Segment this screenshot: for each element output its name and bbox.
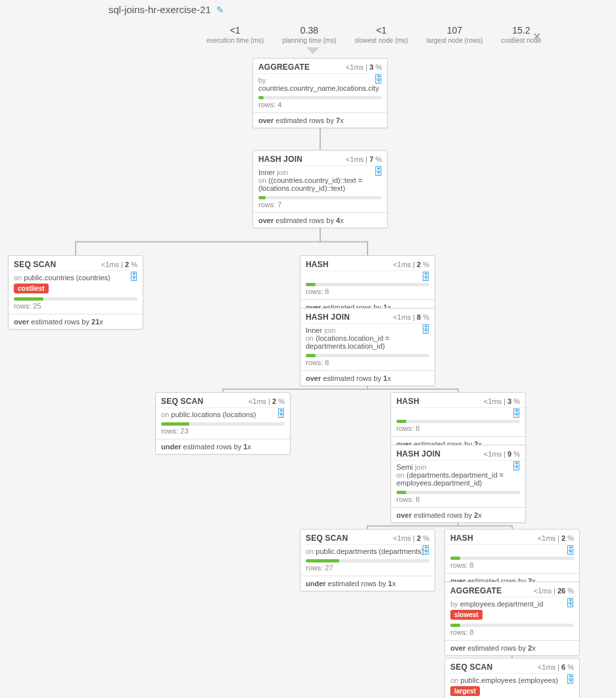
plan-node-n11[interactable]: AGGREGATE<1ms | 26 %by employees.departm… <box>444 582 580 656</box>
node-type: HASH <box>306 260 329 269</box>
edge <box>367 386 458 392</box>
node-meta: <1ms | 2 % <box>249 397 285 405</box>
stat-label: largest node (rows) <box>427 37 483 44</box>
plan-node-n8[interactable]: HASH JOIN<1ms | 9 %Semi joinon (departme… <box>391 445 526 523</box>
estimate-note: over estimated rows by 1x <box>300 371 435 386</box>
rows-label: rows: 23 <box>156 426 290 439</box>
stat-label: execution time (ms) <box>206 37 264 44</box>
stat-item: <1execution time (ms) <box>197 25 273 44</box>
plan-node-n3[interactable]: SEQ SCAN<1ms | 2 %on public.countries (c… <box>8 255 143 330</box>
node-desc: on public.countries (countries)costliest… <box>9 271 143 296</box>
rows-label: rows: 27 <box>300 562 435 576</box>
rows-label: rows: 7 <box>253 199 387 212</box>
stat-value: <1 <box>206 25 264 36</box>
node-desc: on public.employees (employees)largest🗄 <box>445 674 579 698</box>
tag-slowest: slowest <box>450 610 483 620</box>
rows-bar <box>391 418 525 423</box>
database-icon[interactable]: 🗄 <box>421 324 431 335</box>
database-icon[interactable]: 🗄 <box>421 545 431 556</box>
plan-node-n2[interactable]: HASH JOIN<1ms | 7 %Inner joinon ((countr… <box>252 150 388 228</box>
stat-value: 107 <box>427 25 483 36</box>
estimate-note: over estimated rows by 2x <box>445 641 579 655</box>
rows-bar <box>300 558 435 562</box>
estimate-note: under estimated rows by 1x <box>156 439 290 454</box>
node-meta: <1ms | 3 % <box>346 63 382 71</box>
node-desc: Semi joinon (departments.department_id =… <box>391 461 525 489</box>
pointer-caret <box>306 47 320 54</box>
rows-bar <box>9 296 143 301</box>
database-icon[interactable]: 🗄 <box>421 271 431 282</box>
database-icon[interactable]: 🗄 <box>511 461 521 472</box>
plan-node-n12[interactable]: SEQ SCAN<1ms | 6 %on public.employees (e… <box>444 658 580 698</box>
plan-name: sql-joins-hr-exercise-21 <box>108 4 211 15</box>
node-type: AGGREGATE <box>258 62 310 72</box>
rows-label: rows: 8 <box>300 357 435 370</box>
plan-node-n4[interactable]: HASH<1ms | 2 %🗄rows: 8over estimated row… <box>300 255 435 315</box>
node-desc: on public.departments (departments)🗄 <box>300 545 435 558</box>
node-meta: <1ms | 2 % <box>538 534 574 542</box>
node-type: HASH <box>450 534 473 543</box>
node-meta: <1ms | 6 % <box>538 663 574 671</box>
plan-node-n6[interactable]: SEQ SCAN<1ms | 2 %on public.locations (l… <box>155 392 291 455</box>
node-desc: 🗄 <box>391 408 525 418</box>
plan-node-n1[interactable]: AGGREGATE<1ms | 3 %by countries.country_… <box>252 58 388 128</box>
database-icon[interactable]: 🗄 <box>565 674 575 685</box>
edge <box>76 228 320 255</box>
node-desc: on public.locations (locations)🗄 <box>156 408 290 421</box>
rows-bar <box>300 282 435 286</box>
node-type: HASH JOIN <box>306 312 350 322</box>
edge <box>367 523 458 529</box>
node-desc: by employees.department_idslowest🗄 <box>445 597 579 622</box>
node-meta: <1ms | 8 % <box>393 313 429 321</box>
database-icon[interactable]: 🗄 <box>276 408 286 419</box>
node-meta: <1ms | 26 % <box>534 587 574 595</box>
stat-value: 0.38 <box>282 25 336 36</box>
rows-bar <box>253 195 387 199</box>
rows-label: rows: 25 <box>9 301 143 314</box>
edit-icon[interactable]: ✎ <box>216 5 224 15</box>
database-icon[interactable]: 🗄 <box>511 408 521 419</box>
plan-node-n7[interactable]: HASH<1ms | 3 %🗄rows: 8over estimated row… <box>391 392 526 452</box>
node-type: HASH <box>396 397 419 406</box>
page-title: sql-joins-hr-exercise-21 ✎ <box>108 4 224 15</box>
node-meta: <1ms | 2 % <box>393 261 429 268</box>
node-desc: 🗄 <box>300 271 435 282</box>
edge <box>223 386 367 392</box>
plan-node-n5[interactable]: HASH JOIN<1ms | 8 %Inner joinon (locatio… <box>300 308 435 386</box>
stat-item: 15.2costliest node <box>492 25 550 44</box>
rows-bar <box>300 353 435 357</box>
edge <box>458 523 512 529</box>
database-icon[interactable]: 🗄 <box>565 545 575 556</box>
node-type: HASH JOIN <box>396 449 440 459</box>
node-meta: <1ms | 2 % <box>393 534 429 542</box>
node-type: SEQ SCAN <box>450 662 492 672</box>
node-desc: 🗄 <box>445 545 579 555</box>
rows-bar <box>253 95 387 99</box>
estimate-note: over estimated rows by 7x <box>253 113 387 128</box>
estimate-note: over estimated rows by 21x <box>9 314 143 329</box>
estimate-note: over estimated rows by 2x <box>391 508 525 522</box>
database-icon[interactable]: 🗄 <box>373 74 383 85</box>
rows-label: rows: 8 <box>300 286 435 299</box>
stat-label: planning time (ms) <box>282 37 336 44</box>
stat-item: 107largest node (rows) <box>417 25 492 44</box>
estimate-note: under estimated rows by 1x <box>300 576 435 591</box>
edge <box>320 228 367 255</box>
node-type: SEQ SCAN <box>161 397 203 406</box>
rows-label: rows: 8 <box>445 560 579 573</box>
node-type: AGGREGATE <box>450 586 502 595</box>
tag-costliest: costliest <box>14 284 49 293</box>
stat-label: slowest node (ms) <box>355 37 408 44</box>
rows-label: rows: 8 <box>391 423 525 436</box>
plan-node-n9[interactable]: SEQ SCAN<1ms | 2 %on public.departments … <box>300 529 435 591</box>
node-type: HASH JOIN <box>258 155 302 164</box>
rows-label: rows: 8 <box>391 494 525 507</box>
database-icon[interactable]: 🗄 <box>565 597 575 609</box>
close-icon[interactable]: ✕ <box>533 30 541 43</box>
stat-item: 0.38planning time (ms) <box>273 25 345 44</box>
node-meta: <1ms | 2 % <box>101 261 137 268</box>
node-desc: Inner joinon (locations.location_id = de… <box>300 324 435 353</box>
database-icon[interactable]: 🗄 <box>129 271 139 282</box>
database-icon[interactable]: 🗄 <box>373 166 383 177</box>
plan-node-n10[interactable]: HASH<1ms | 2 %🗄rows: 8over estimated row… <box>444 529 580 589</box>
